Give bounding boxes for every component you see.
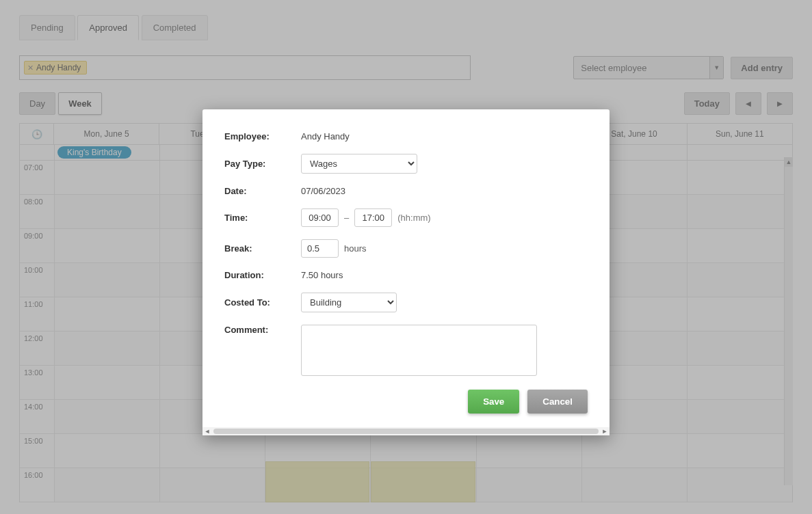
time-separator: –: [344, 213, 349, 223]
time-to-input[interactable]: [354, 208, 392, 227]
duration-value: 7.50 hours: [301, 270, 343, 280]
scroll-right-icon[interactable]: ►: [600, 428, 610, 435]
pay-type-select[interactable]: Wages: [301, 154, 417, 174]
comment-textarea[interactable]: [301, 325, 537, 376]
entry-modal: Employee: Andy Handy Pay Type: Wages Dat…: [202, 109, 610, 435]
time-label: Time:: [224, 213, 301, 223]
cancel-button[interactable]: Cancel: [527, 390, 588, 414]
costed-to-select[interactable]: Building: [301, 293, 397, 312]
timesheet-page: Pending Approved Completed ✕ Andy Handy …: [0, 0, 812, 514]
time-from-input[interactable]: [301, 208, 339, 227]
employee-value: Andy Handy: [301, 131, 350, 141]
time-hint: (hh:mm): [397, 213, 430, 223]
scroll-track[interactable]: [213, 429, 599, 434]
duration-label: Duration:: [224, 270, 301, 280]
save-button[interactable]: Save: [468, 390, 519, 414]
pay-type-label: Pay Type:: [224, 159, 301, 169]
modal-overlay: Employee: Andy Handy Pay Type: Wages Dat…: [0, 0, 812, 514]
date-label: Date:: [224, 186, 301, 196]
break-unit: hours: [344, 243, 367, 254]
break-input[interactable]: [301, 239, 339, 258]
scroll-left-icon[interactable]: ◄: [202, 428, 212, 435]
horizontal-scrollbar[interactable]: ◄ ►: [202, 427, 610, 435]
break-label: Break:: [224, 243, 301, 254]
employee-label: Employee:: [224, 131, 301, 141]
comment-label: Comment:: [224, 325, 301, 335]
date-value: 07/06/2023: [301, 186, 345, 196]
costed-to-label: Costed To:: [224, 297, 301, 308]
